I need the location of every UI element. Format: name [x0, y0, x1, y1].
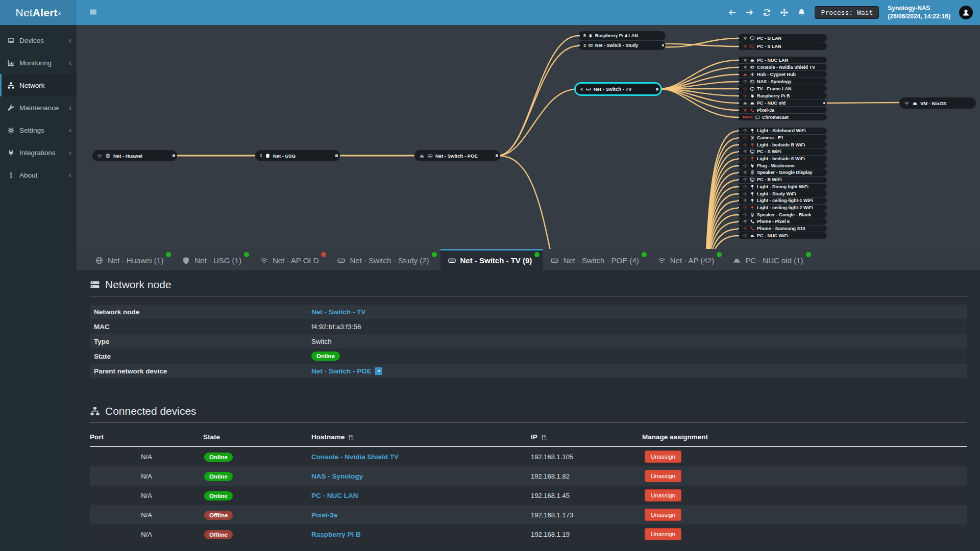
network-node-tab[interactable]: Net - Switch - POE (4) — [543, 249, 650, 270]
unassign-button[interactable]: Unassign — [645, 450, 681, 463]
mac-value: f4:92:bf:a3:f3:56 — [311, 323, 361, 331]
node-label: Net - Switch - Study — [595, 43, 639, 48]
device-node[interactable]: Light - ceiling-light-1 WiFi — [738, 197, 827, 204]
port-cell: N/A — [90, 472, 203, 480]
status-dot — [321, 252, 326, 257]
network-node-tab[interactable]: Net - Switch - TV (9) — [440, 249, 544, 270]
connection-icon — [743, 205, 748, 210]
device-node[interactable]: Phone - Samsung S10 — [738, 226, 827, 232]
device-node[interactable]: Phone - Pixel 6 — [738, 218, 827, 225]
sidebar-item[interactable]: Network — [0, 74, 77, 96]
device-node[interactable]: Pixel-3a — [738, 107, 827, 113]
diagram-node-net-usg[interactable]: 1 Net - USG — [255, 150, 340, 161]
unassign-button[interactable]: Unassign — [645, 470, 681, 482]
unassign-button[interactable]: Unassign — [645, 528, 681, 540]
column-header-ip[interactable]: IP — [531, 433, 642, 441]
user-avatar[interactable] — [959, 6, 973, 19]
node-label: Hub - Cygnet Hub — [757, 72, 796, 77]
sidebar-item[interactable]: Maintenance ‹ — [0, 96, 77, 119]
network-node-tab[interactable]: PC - NUC old (1) — [725, 249, 814, 270]
device-node[interactable]: PC - S WiFi — [738, 148, 827, 155]
hostname-link[interactable]: NAS - Synology — [311, 472, 531, 480]
network-node-tab[interactable]: Net - AP OLD — [253, 249, 330, 270]
network-node-tab[interactable]: Net - AP (42) — [650, 249, 725, 270]
move-pan-icon[interactable] — [780, 8, 789, 17]
device-icon — [750, 128, 755, 133]
network-node-tab[interactable]: Net - Switch - Study (2) — [330, 249, 440, 270]
node-label: Net - USG — [273, 153, 296, 159]
navbar: Process: Wait Synology-NAS (26/06/2024, … — [77, 0, 980, 25]
sidebar-item[interactable]: About ‹ — [0, 164, 77, 186]
tab-label: PC - NUC old (1) — [745, 256, 803, 265]
diagram-node-net-switch-poe[interactable]: Net - Switch - POE — [414, 150, 500, 161]
device-node[interactable]: Camera - E1 — [738, 135, 827, 141]
diagram-node-net-switch-tv-selected[interactable]: 4 Net - Switch - TV — [574, 82, 662, 96]
device-node[interactable]: Light - bedside S WiFi — [738, 156, 827, 162]
unassign-button[interactable]: Unassign — [645, 489, 681, 502]
device-node[interactable]: None Chromecast — [738, 114, 827, 120]
node-label: Camera - E1 — [757, 135, 783, 140]
hostname-link[interactable]: Pixel-3a — [311, 511, 531, 519]
network-topology-diagram[interactable]: Net - Huawei 1 Net - USG Net - Switch - … — [77, 25, 980, 249]
notifications-bell-icon[interactable] — [797, 8, 806, 17]
network-node-tab[interactable]: Net - Huawei (1) — [88, 249, 175, 270]
device-node[interactable]: Console - Nvidia Shield TV — [738, 64, 827, 70]
nav-forward-icon[interactable] — [745, 8, 754, 17]
network-node-tab[interactable]: Net - USG (1) — [175, 249, 253, 270]
device-node[interactable]: PC - S LAN — [738, 42, 827, 50]
column-header-hostname[interactable]: Hostname — [311, 433, 531, 441]
hostname-link[interactable]: Raspberry Pi B — [311, 531, 531, 538]
device-node[interactable]: Speaker - Google Display — [738, 169, 827, 176]
sidebar-item[interactable]: Devices ‹ — [0, 29, 77, 52]
device-node[interactable]: Hub - Cygnet Hub — [738, 71, 827, 78]
device-node[interactable]: PC - NUC old — [738, 99, 827, 106]
sidebar-toggle-icon[interactable] — [84, 0, 102, 25]
node-label: Light - Dining light WiFi — [757, 184, 808, 189]
diagram-node-net-huawei[interactable]: Net - Huawei — [92, 150, 177, 161]
node-label: Speaker - Google - Black — [757, 212, 811, 217]
node-port — [496, 155, 498, 157]
device-node[interactable]: Light - Dining light WiFi — [738, 184, 827, 190]
hostname-link[interactable]: Console - Nvidia Shield TV — [311, 453, 531, 461]
device-node[interactable]: Light - bedside B WiFi — [738, 141, 827, 148]
diagram-node[interactable]: 5 Raspberry Pi 4 LAN — [578, 31, 666, 40]
refresh-icon[interactable] — [763, 8, 771, 17]
device-node[interactable]: PC - B WiFi — [738, 177, 827, 183]
sidebar-item-icon — [7, 59, 15, 67]
nav-back-icon[interactable] — [728, 8, 737, 17]
device-node[interactable]: Light - Study WiFi — [738, 190, 827, 197]
device-icon — [750, 212, 755, 217]
sidebar-item[interactable]: Monitoring ‹ — [0, 52, 77, 74]
detail-row: MAC f4:92:bf:a3:f3:56 — [90, 319, 967, 334]
external-link-icon[interactable] — [375, 367, 382, 375]
connection-icon — [743, 135, 748, 140]
device-node[interactable]: NAS - Synology — [738, 78, 827, 85]
sidebar-item[interactable]: Settings ‹ — [0, 119, 77, 141]
device-node[interactable]: Light - Sideboard WiFi — [738, 128, 827, 134]
sidebar-item[interactable]: Integrations ‹ — [0, 141, 77, 164]
diagram-node-vm-nixos[interactable]: VM - NixOS — [899, 97, 976, 109]
tab-device-icon — [550, 256, 559, 265]
hostname-link[interactable]: PC - NUC LAN — [311, 492, 531, 499]
sidebar-item-icon — [7, 82, 15, 89]
sort-icon[interactable] — [541, 434, 548, 441]
diagram-node[interactable]: 3 Net - Switch - Study — [578, 41, 666, 50]
device-node[interactable]: PC - NUC WiFi — [738, 232, 827, 239]
node-label: PC - S WiFi — [757, 149, 781, 154]
parent-device-link[interactable]: Net - Switch - POE — [311, 367, 372, 375]
column-header-manage: Manage assignment — [642, 433, 967, 441]
device-node[interactable]: Speaker - Google - Black — [738, 211, 827, 218]
app-logo[interactable]: NetAlertx — [0, 0, 77, 25]
device-icon — [750, 191, 755, 196]
device-node[interactable]: Light - ceiling-light-2 WiFi — [738, 205, 827, 211]
network-node-link[interactable]: Net - Switch - TV — [311, 308, 366, 316]
unassign-button[interactable]: Unassign — [645, 509, 681, 521]
process-status-badge[interactable]: Process: Wait — [815, 6, 879, 19]
tab-device-icon — [657, 256, 666, 265]
device-node[interactable]: Plug - Washroom — [738, 162, 827, 169]
device-node[interactable]: PC - NUC LAN — [738, 57, 827, 63]
device-node[interactable]: Raspberry Pi B — [738, 92, 827, 99]
device-node[interactable]: TV - Frame LAN — [738, 85, 827, 92]
sort-icon[interactable] — [348, 434, 355, 441]
device-node[interactable]: PC - B LAN — [738, 34, 827, 42]
